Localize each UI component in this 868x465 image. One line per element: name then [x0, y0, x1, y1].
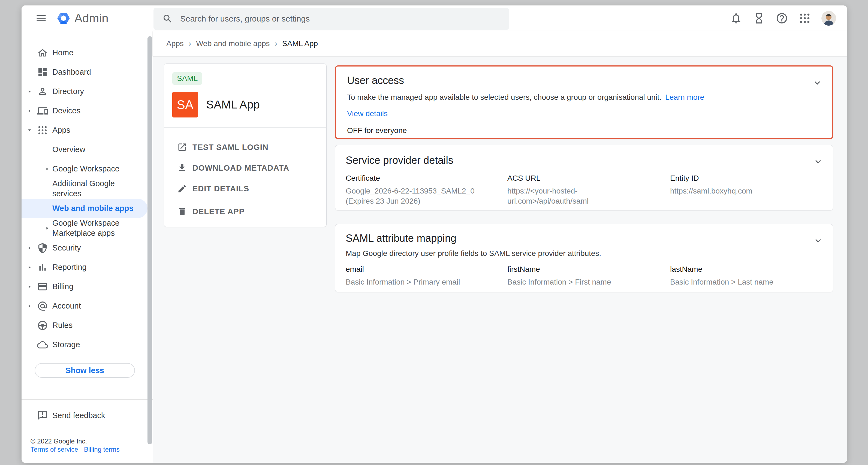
chevron-down-icon: [815, 160, 821, 163]
sidebar-nav: HomeDashboardDirectoryDevicesAppsOvervie…: [22, 31, 153, 463]
desktop-frame: { "topbar": { "product": "Admin", "searc…: [0, 0, 868, 465]
menu-icon[interactable]: [35, 12, 47, 24]
delete-app-button[interactable]: DELETE APP: [164, 201, 326, 222]
home-icon: [37, 48, 48, 58]
user-access-description: To make the managed app available to sel…: [347, 93, 821, 102]
sidebar-item-label: Dashboard: [52, 67, 91, 77]
storage-icon: [37, 339, 48, 350]
admin-hexagon-icon: [56, 11, 71, 25]
search-icon: [162, 13, 173, 24]
sidebar-item-google-workspace[interactable]: Google Workspace: [22, 159, 153, 179]
expand-arrow-icon[interactable]: [27, 265, 32, 270]
download-metadata-button[interactable]: DOWNLOAD METADATA: [164, 158, 326, 178]
sidebar-item-web-and-mobile-apps[interactable]: Web and mobile apps: [22, 199, 148, 218]
learn-more-link[interactable]: Learn more: [665, 93, 704, 101]
user-access-card: User access To make the managed app avai…: [335, 65, 833, 139]
sidebar-item-label: Storage: [52, 340, 80, 350]
sidebar-item-google-workspace-marketplace-apps[interactable]: Google Workspace Marketplace apps: [22, 218, 153, 238]
expand-arrow-icon[interactable]: [27, 108, 32, 113]
collapse-arrow-icon[interactable]: [27, 128, 32, 132]
sidebar-scrollbar[interactable]: [148, 36, 152, 444]
send-feedback-button[interactable]: Send feedback: [22, 406, 153, 425]
saml-badge: SAML: [172, 72, 202, 85]
directory-icon: [37, 86, 48, 97]
expand-service-provider-button[interactable]: [813, 156, 824, 167]
sidebar-item-security[interactable]: Security: [22, 238, 153, 257]
breadcrumb-item-web-and-mobile-apps[interactable]: Web and mobile apps: [196, 39, 270, 48]
copyright-text: © 2022 Google Inc.: [31, 437, 153, 445]
breadcrumb-item-apps[interactable]: Apps: [166, 39, 184, 48]
field-label: Entity ID: [670, 174, 823, 183]
search-bar[interactable]: [153, 8, 509, 30]
open-in-new-icon: [177, 142, 187, 152]
sidebar-item-overview[interactable]: Overview: [22, 140, 153, 159]
sidebar-item-label: Reporting: [52, 262, 87, 272]
account-icon: [37, 301, 48, 312]
pending-tasks-icon[interactable]: [753, 12, 765, 25]
sidebar-item-account[interactable]: Account: [22, 296, 153, 316]
edit-details-button[interactable]: EDIT DETAILS: [164, 178, 326, 199]
sidebar-item-dashboard[interactable]: Dashboard: [22, 62, 153, 82]
action-label: TEST SAML LOGIN: [192, 143, 269, 152]
sidebar-item-storage[interactable]: Storage: [22, 335, 153, 354]
sidebar-item-label: Apps: [52, 125, 70, 135]
sidebar-item-label: Google Workspace Marketplace apps: [52, 218, 143, 238]
expand-arrow-icon[interactable]: [45, 226, 50, 230]
sidebar-item-billing[interactable]: Billing: [22, 277, 153, 296]
footer-links: Terms of service - Billing terms -: [31, 445, 153, 454]
action-label: EDIT DETAILS: [192, 184, 249, 193]
expand-user-access-button[interactable]: [812, 78, 823, 88]
attribute-mapping-description: Map Google directory user profile fields…: [346, 249, 823, 258]
help-icon[interactable]: [776, 12, 788, 25]
sidebar-item-label: Security: [52, 243, 81, 253]
send-feedback-label: Send feedback: [52, 411, 105, 420]
attribute-mapping-title: SAML attribute mapping: [346, 232, 823, 244]
notifications-icon[interactable]: [730, 12, 742, 25]
expand-arrow-icon[interactable]: [27, 89, 32, 94]
field-label: email: [346, 265, 507, 274]
sidebar-item-label: Overview: [52, 145, 85, 155]
chevron-down-icon: [814, 81, 820, 85]
rules-icon: [37, 320, 48, 331]
action-label: DOWNLOAD METADATA: [192, 163, 289, 173]
field-value: Basic Information > Last name: [670, 277, 823, 287]
breadcrumb-item-saml-app: SAML App: [282, 39, 318, 48]
sidebar-divider: [22, 399, 153, 400]
view-details-link[interactable]: View details: [347, 109, 388, 118]
sidebar-item-label: Devices: [52, 106, 81, 116]
field-value: Basic Information > Primary email: [346, 277, 507, 287]
sidebar-item-label: Web and mobile apps: [52, 203, 133, 213]
billing-terms-link[interactable]: Billing terms: [84, 446, 120, 453]
app-summary-card: SAML SA SAML App TEST SAML LOGINDOWNLOAD…: [164, 63, 327, 227]
sidebar-item-apps[interactable]: Apps: [22, 121, 153, 140]
search-input[interactable]: [180, 14, 509, 24]
terms-of-service-link[interactable]: Terms of service: [31, 446, 78, 453]
sidebar-item-reporting[interactable]: Reporting: [22, 257, 153, 277]
sidebar-item-rules[interactable]: Rules: [22, 316, 153, 335]
sidebar-item-devices[interactable]: Devices: [22, 101, 153, 121]
chevron-down-icon: [815, 239, 821, 242]
test-saml-login-button[interactable]: TEST SAML LOGIN: [164, 137, 326, 158]
service-provider-card: Service provider details CertificateGoog…: [335, 145, 833, 210]
account-avatar[interactable]: [822, 11, 836, 26]
sidebar-item-directory[interactable]: Directory: [22, 82, 153, 101]
expand-attribute-mapping-button[interactable]: [813, 235, 824, 246]
expand-arrow-icon[interactable]: [27, 246, 32, 250]
top-app-bar: Admin: [22, 5, 847, 31]
field-value: https://<your-hosted-: [507, 186, 670, 196]
expand-arrow-icon[interactable]: [27, 304, 32, 308]
expand-arrow-icon[interactable]: [27, 284, 32, 289]
expand-arrow-icon[interactable]: [45, 166, 50, 171]
service-provider-title: Service provider details: [346, 155, 823, 166]
billing-icon: [37, 281, 48, 292]
devices-icon: [37, 105, 48, 116]
sidebar-item-additional-google-services[interactable]: Additional Google services: [22, 179, 153, 199]
sidebar-item-home[interactable]: Home: [22, 43, 153, 62]
main-content: Apps›Web and mobile apps›SAML App SAML S…: [153, 31, 847, 463]
admin-logo[interactable]: Admin: [56, 5, 108, 31]
delete-icon: [177, 207, 187, 216]
apps-grid-icon[interactable]: [799, 12, 811, 25]
show-less-button[interactable]: Show less: [35, 363, 135, 378]
sidebar-item-label: Home: [52, 48, 73, 58]
admin-console-window: Admin HomeDashboardDirectoryDevicesAppsO…: [22, 5, 847, 463]
